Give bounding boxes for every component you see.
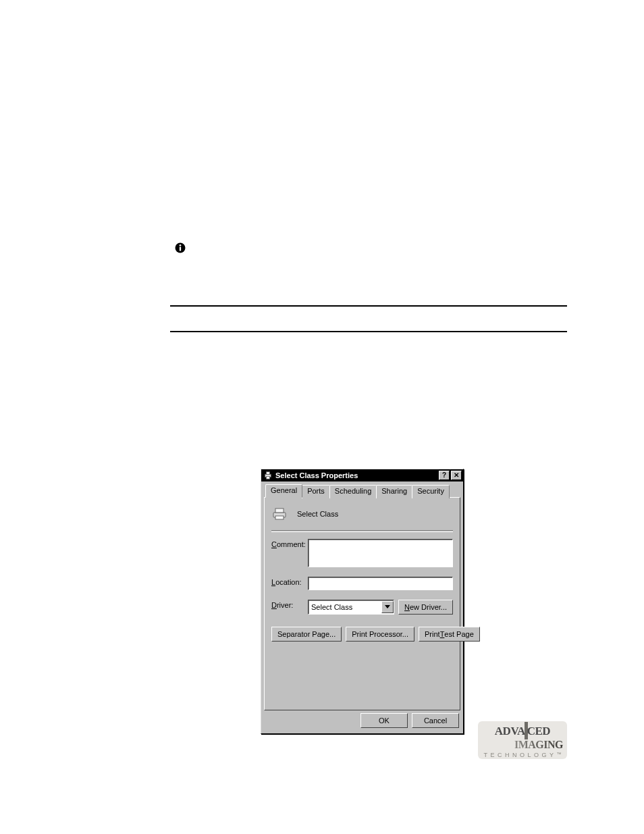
properties-dialog: Select Class Properties ? ✕ General Port… bbox=[261, 469, 464, 734]
svg-rect-5 bbox=[266, 477, 269, 479]
tab-sharing[interactable]: Sharing bbox=[376, 485, 412, 498]
driver-value: Select Class bbox=[311, 603, 352, 611]
logo-line1: ADVACED bbox=[495, 722, 550, 739]
driver-dropdown[interactable]: Select Class bbox=[308, 600, 394, 615]
printer-name: Select Class bbox=[297, 510, 338, 518]
svg-rect-1 bbox=[180, 247, 181, 251]
brand-logo: ADVACED IMAGING TECHNOLOGY™ bbox=[478, 721, 567, 759]
svg-rect-7 bbox=[275, 509, 284, 513]
chevron-down-icon[interactable] bbox=[381, 601, 394, 613]
tab-strip: General Ports Scheduling Sharing Securit… bbox=[264, 484, 460, 498]
tab-ports[interactable]: Ports bbox=[302, 485, 330, 498]
divider bbox=[170, 331, 567, 332]
new-driver-button[interactable]: New Driver... bbox=[398, 600, 453, 615]
help-button[interactable]: ? bbox=[439, 471, 450, 480]
print-test-page-button[interactable]: Print Test Page bbox=[419, 627, 480, 642]
svg-rect-4 bbox=[266, 472, 269, 475]
location-label: Location: bbox=[271, 577, 304, 586]
divider bbox=[170, 305, 567, 307]
print-processor-button[interactable]: Print Processor... bbox=[346, 627, 414, 642]
svg-point-2 bbox=[180, 244, 182, 246]
printer-icon bbox=[263, 471, 273, 480]
tab-general[interactable]: General bbox=[265, 484, 302, 498]
svg-rect-8 bbox=[275, 516, 284, 519]
titlebar[interactable]: Select Class Properties ? ✕ bbox=[261, 469, 463, 481]
ok-button[interactable]: OK bbox=[360, 713, 408, 728]
tab-scheduling[interactable]: Scheduling bbox=[329, 485, 377, 498]
close-button[interactable]: ✕ bbox=[451, 471, 462, 480]
info-icon bbox=[174, 242, 186, 254]
driver-label: Driver: bbox=[271, 600, 304, 609]
separator-page-button[interactable]: Separator Page... bbox=[271, 627, 342, 642]
svg-marker-9 bbox=[385, 605, 390, 608]
cancel-button[interactable]: Cancel bbox=[412, 713, 459, 728]
printer-icon bbox=[271, 507, 288, 521]
tab-panel-general: Select Class Comment: Location: Driver: bbox=[264, 497, 460, 710]
divider bbox=[271, 530, 453, 532]
logo-line2: IMAGING bbox=[482, 739, 563, 750]
location-field[interactable] bbox=[308, 577, 453, 590]
dialog-title: Select Class Properties bbox=[275, 471, 436, 479]
tab-security[interactable]: Security bbox=[412, 485, 450, 498]
comment-field[interactable] bbox=[308, 539, 453, 567]
comment-label: Comment: bbox=[271, 539, 304, 548]
logo-line3: TECHNOLOGY™ bbox=[483, 752, 561, 758]
